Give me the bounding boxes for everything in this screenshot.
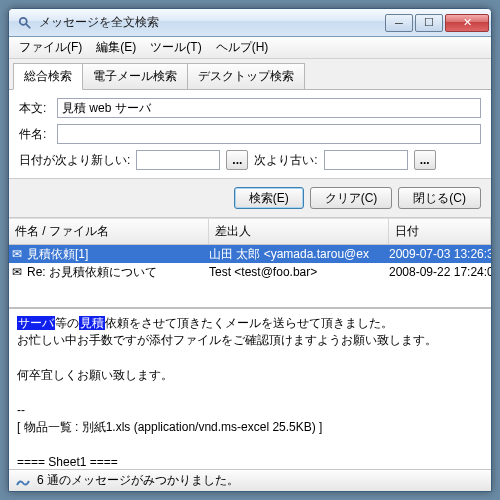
col-date[interactable]: 日付 [389, 219, 491, 244]
cell-date: 2008-09-22 17:24:01 # [389, 265, 491, 279]
svg-point-0 [20, 17, 27, 24]
mail-icon: ✉ [9, 247, 25, 261]
preview-line: -- [17, 402, 483, 419]
preview-line: ==== Sheet1 ==== [17, 454, 483, 469]
date-newer-label: 日付が次より新しい: [19, 152, 130, 169]
menu-edit[interactable]: 編集(E) [90, 37, 142, 58]
subject-label: 件名: [19, 126, 53, 143]
date-newer-picker[interactable]: ... [226, 150, 248, 170]
tab-email[interactable]: 電子メール検索 [82, 63, 188, 89]
maximize-button[interactable]: ☐ [415, 14, 443, 32]
highlight: 見積 [79, 316, 105, 330]
body-input[interactable] [57, 98, 481, 118]
statusbar: 6 通のメッセージがみつかりました。 [9, 469, 491, 491]
minimize-button[interactable]: ─ [385, 14, 413, 32]
menu-tool[interactable]: ツール(T) [144, 37, 207, 58]
tab-general[interactable]: 総合検索 [13, 63, 83, 90]
date-older-label: 次より古い: [254, 152, 317, 169]
search-panel: 本文: 件名: 日付が次より新しい: ... 次より古い: ... [9, 90, 491, 179]
clear-button[interactable]: クリア(C) [310, 187, 393, 209]
date-older-picker[interactable]: ... [414, 150, 436, 170]
cell-sender: Test <test@foo.bar> [209, 265, 389, 279]
body-label: 本文: [19, 100, 53, 117]
button-row: 検索(E) クリア(C) 閉じる(C) [9, 179, 491, 218]
cell-subject: 見積依頼[1] [25, 246, 209, 263]
close-button[interactable]: ✕ [445, 14, 489, 32]
app-icon [17, 15, 33, 31]
result-list: ✉ 見積依頼[1] 山田 太郎 <yamada.tarou@ex 2009-07… [9, 245, 491, 307]
tab-bar: 総合検索 電子メール検索 デスクトップ検索 [9, 59, 491, 90]
col-subject[interactable]: 件名 / ファイル名 [9, 219, 209, 244]
menubar: ファイル(F) 編集(E) ツール(T) ヘルプ(H) [9, 37, 491, 59]
status-icon [15, 473, 31, 489]
preview-line: サーバ等の見積依頼をさせて頂きたくメールを送らせて頂きました。 [17, 315, 483, 332]
status-text: 6 通のメッセージがみつかりました。 [37, 472, 239, 489]
subject-input[interactable] [57, 124, 481, 144]
cell-subject: Re: お見積依頼について [25, 264, 209, 281]
list-header: 件名 / ファイル名 差出人 日付 [9, 218, 491, 245]
preview-line: [ 物品一覧 : 別紙1.xls (application/vnd.ms-exc… [17, 419, 483, 436]
menu-file[interactable]: ファイル(F) [13, 37, 88, 58]
cell-sender: 山田 太郎 <yamada.tarou@ex [209, 246, 389, 263]
preview-line: お忙しい中お手数ですが添付ファイルをご確認頂けますようお願い致します。 [17, 332, 483, 349]
titlebar: メッセージを全文検索 ─ ☐ ✕ [9, 9, 491, 37]
svg-line-1 [26, 23, 30, 27]
tab-desktop[interactable]: デスクトップ検索 [187, 63, 305, 89]
highlight: サーバ [17, 316, 55, 330]
search-button[interactable]: 検索(E) [234, 187, 304, 209]
table-row[interactable]: ✉ 見積依頼[1] 山田 太郎 <yamada.tarou@ex 2009-07… [9, 245, 491, 263]
date-newer-input[interactable] [136, 150, 220, 170]
date-older-input[interactable] [324, 150, 408, 170]
menu-help[interactable]: ヘルプ(H) [210, 37, 275, 58]
col-sender[interactable]: 差出人 [209, 219, 389, 244]
preview-pane: サーバ等の見積依頼をさせて頂きたくメールを送らせて頂きました。 お忙しい中お手数… [9, 307, 491, 469]
cell-date: 2009-07-03 13:26:37 # [389, 247, 491, 261]
mail-icon: ✉ [9, 265, 25, 279]
close-window-button[interactable]: 閉じる(C) [398, 187, 481, 209]
preview-line: 何卒宜しくお願い致します。 [17, 367, 483, 384]
window-title: メッセージを全文検索 [39, 14, 385, 31]
table-row[interactable]: ✉ Re: お見積依頼について Test <test@foo.bar> 2008… [9, 263, 491, 281]
